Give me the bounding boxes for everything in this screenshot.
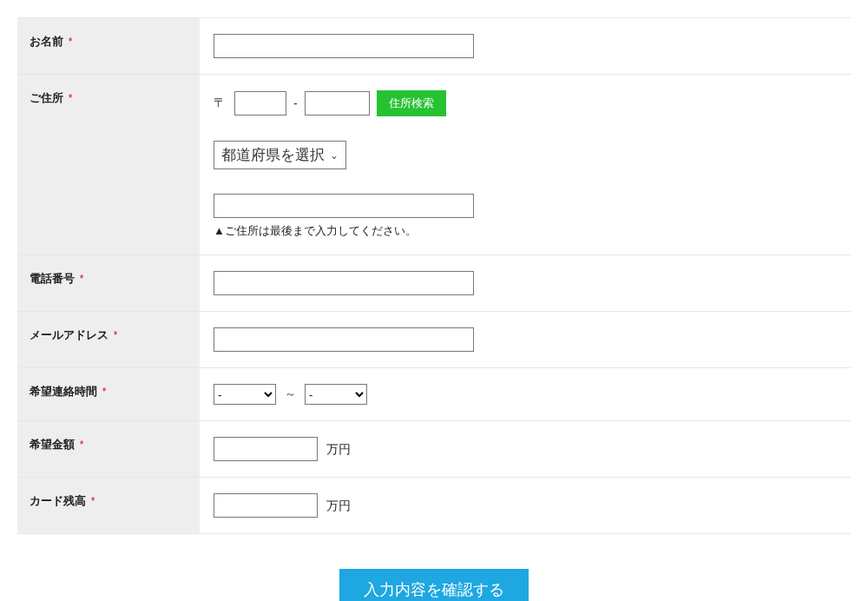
prefecture-select[interactable]: 都道府県を選択 ⌄	[214, 141, 346, 169]
row-address: ご住所 * 〒 - 住所検索 都道府県を選択 ⌄ ▲ご住所は最後まで入力してくだ…	[17, 75, 851, 255]
label-name-text: お名前	[30, 35, 63, 48]
zip2-input[interactable]	[305, 91, 370, 116]
time-from-select[interactable]: -	[214, 384, 276, 405]
name-input[interactable]	[214, 34, 474, 58]
application-form: お名前 * ご住所 * 〒 - 住所検索 都道府県を選択 ⌄	[17, 17, 851, 601]
required-mark: *	[114, 329, 118, 341]
label-address: ご住所 *	[17, 75, 200, 254]
submit-wrap: 入力内容を確認する	[17, 534, 851, 601]
zip-hyphen: -	[293, 96, 298, 110]
time-range-separator: ～	[285, 386, 296, 402]
phone-input[interactable]	[214, 271, 474, 295]
row-contact-time: 希望連絡時間 * - ～ -	[17, 368, 851, 421]
label-address-text: ご住所	[30, 91, 63, 104]
address-search-button[interactable]: 住所検索	[377, 90, 446, 116]
balance-input[interactable]	[214, 493, 318, 518]
value-contact-time: - ～ -	[200, 368, 851, 420]
row-email: メールアドレス *	[17, 312, 851, 368]
required-mark: *	[69, 92, 73, 104]
label-phone: 電話番号 *	[17, 255, 200, 311]
required-mark: *	[91, 495, 95, 507]
value-email	[200, 312, 851, 367]
zip-symbol: 〒	[214, 96, 226, 111]
email-input[interactable]	[214, 327, 474, 352]
address-detail-input[interactable]	[214, 194, 474, 218]
label-email: メールアドレス *	[17, 312, 200, 367]
amount-input[interactable]	[214, 437, 318, 461]
label-name: お名前 *	[17, 18, 200, 74]
chevron-down-icon: ⌄	[330, 149, 339, 162]
label-contact-time: 希望連絡時間 *	[17, 368, 200, 420]
label-balance-text: カード残高	[30, 494, 86, 507]
row-amount: 希望金額 * 万円	[17, 421, 851, 478]
required-mark: *	[102, 386, 107, 398]
value-balance: 万円	[200, 478, 851, 533]
address-detail-wrap	[214, 194, 837, 218]
balance-unit: 万円	[326, 499, 351, 512]
label-contact-time-text: 希望連絡時間	[30, 385, 97, 398]
required-mark: *	[69, 36, 73, 48]
label-amount: 希望金額 *	[17, 421, 200, 477]
value-amount: 万円	[200, 421, 851, 477]
zip-line: 〒 - 住所検索	[214, 90, 837, 116]
prefecture-select-text: 都道府県を選択	[221, 145, 325, 165]
value-address: 〒 - 住所検索 都道府県を選択 ⌄ ▲ご住所は最後まで入力してください。	[200, 75, 851, 254]
row-name: お名前 *	[17, 17, 851, 75]
time-to-select[interactable]: -	[305, 384, 367, 405]
zip1-input[interactable]	[234, 91, 286, 116]
address-note: ▲ご住所は最後まで入力してください。	[214, 223, 837, 239]
label-phone-text: 電話番号	[30, 272, 75, 285]
row-balance: カード残高 * 万円	[17, 478, 851, 534]
required-mark: *	[80, 439, 84, 451]
label-balance: カード残高 *	[17, 478, 200, 533]
submit-button[interactable]: 入力内容を確認する	[339, 569, 529, 601]
required-mark: *	[80, 273, 84, 285]
time-line: - ～ -	[214, 384, 837, 405]
value-phone	[200, 255, 851, 311]
row-phone: 電話番号 *	[17, 255, 851, 312]
label-amount-text: 希望金額	[30, 438, 75, 451]
amount-unit: 万円	[326, 442, 351, 456]
value-name	[200, 18, 851, 74]
label-email-text: メールアドレス	[30, 328, 108, 341]
